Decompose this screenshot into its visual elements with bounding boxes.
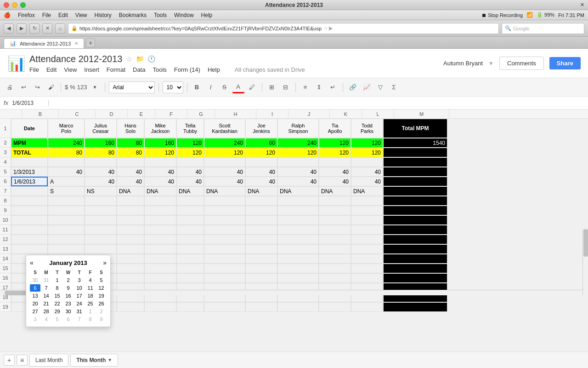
cell-e5[interactable]: 40	[117, 167, 144, 177]
cal-day-next-4[interactable]: 4	[41, 316, 51, 323]
paint-format-button[interactable]: 🖌	[45, 81, 57, 93]
cell-g7[interactable]: DNA	[176, 186, 204, 196]
cell-b8[interactable]	[11, 196, 48, 206]
row-header-3[interactable]: 3	[0, 148, 11, 157]
share-history-icon[interactable]: 🕐	[147, 55, 155, 63]
cell-g5[interactable]: 40	[176, 167, 204, 177]
col-header-h[interactable]: H	[215, 109, 256, 118]
view-menu-item[interactable]: View	[64, 66, 77, 73]
row-header-15[interactable]: 15	[0, 264, 11, 273]
cell-j1[interactable]: RalphSimpson	[277, 119, 319, 138]
row-header-12[interactable]: 12	[0, 235, 11, 244]
row-header-8[interactable]: 8	[0, 196, 11, 206]
cell-m5[interactable]	[383, 167, 447, 177]
cell-f4[interactable]	[144, 157, 176, 167]
new-tab-button[interactable]: +	[86, 38, 95, 47]
cell-d4[interactable]	[85, 157, 117, 167]
cell-g1[interactable]: TellaTubby	[176, 119, 204, 138]
refresh-button[interactable]: ↻	[29, 23, 40, 34]
cell-k1[interactable]: TiaApollo	[319, 119, 351, 138]
col-header-i[interactable]: I	[256, 109, 288, 118]
cal-day-28[interactable]: 28	[41, 308, 51, 315]
close-button[interactable]	[4, 2, 9, 8]
user-dropdown-icon[interactable]: ▼	[488, 60, 494, 67]
highlight-color-button[interactable]: 🖊	[246, 81, 258, 93]
cell-c5[interactable]: 40	[48, 167, 85, 177]
cell-b4[interactable]	[11, 157, 48, 167]
cal-day-next-1[interactable]: 1	[85, 308, 96, 315]
cell-h6[interactable]: 40	[204, 177, 245, 186]
cell-b6-selected[interactable]: 1/6/2013	[11, 177, 48, 186]
cal-day-22[interactable]: 22	[52, 300, 62, 307]
cell-m1[interactable]: Total MPM	[383, 119, 447, 138]
cell-g3[interactable]: 120	[176, 148, 204, 157]
cell-k8[interactable]	[319, 196, 351, 206]
font-selector[interactable]: Arial	[109, 81, 155, 93]
cal-day-8[interactable]: 8	[52, 284, 62, 292]
scrollbar-thumb[interactable]	[583, 229, 588, 257]
cell-e3[interactable]: 80	[117, 148, 144, 157]
row-header-9[interactable]: 9	[0, 206, 11, 215]
cell-i2[interactable]: 60	[245, 138, 277, 148]
cell-reference[interactable]: 1/6/2013	[12, 100, 49, 106]
cell-g2[interactable]: 120	[176, 138, 204, 148]
row-header-1[interactable]: 1	[0, 119, 11, 138]
cell-f5[interactable]: 40	[144, 167, 176, 177]
tools-menu[interactable]: Tools	[154, 12, 167, 18]
wrap-button[interactable]: ↵	[327, 81, 339, 93]
format-menu-item[interactable]: Format	[107, 66, 125, 73]
cal-day-next-9[interactable]: 9	[96, 316, 107, 323]
cell-h1[interactable]: ScottKardashian	[204, 119, 245, 138]
cell-c4[interactable]	[48, 157, 85, 167]
cal-day-26[interactable]: 26	[96, 300, 107, 307]
cell-d7[interactable]: NS	[85, 186, 117, 196]
cal-day-9[interactable]: 9	[63, 284, 74, 292]
cell-d3[interactable]: 80	[85, 148, 117, 157]
cell-m4[interactable]	[383, 157, 447, 167]
cell-i8[interactable]	[245, 196, 277, 206]
strikethrough-button[interactable]: S	[219, 81, 231, 93]
cal-day-27[interactable]: 27	[30, 308, 40, 315]
maximize-button[interactable]	[20, 2, 26, 8]
cell-e7[interactable]: DNA	[117, 186, 144, 196]
help-menu-item[interactable]: Help	[208, 66, 220, 73]
cell-k4[interactable]	[319, 157, 351, 167]
vertical-scrollbar[interactable]	[582, 229, 588, 295]
help-menu[interactable]: Help	[201, 12, 213, 18]
address-bar[interactable]: 🔒 https://docs.google.com/spreadsheet/cc…	[68, 23, 499, 34]
cell-c7[interactable]: S	[48, 186, 85, 196]
bookmarks-menu[interactable]: Bookmarks	[119, 12, 147, 18]
cal-day-next-5[interactable]: 5	[52, 316, 62, 323]
cal-day-next-8[interactable]: 8	[85, 316, 96, 323]
add-sheet-button[interactable]: +	[4, 355, 15, 366]
text-color-button[interactable]: A	[232, 81, 244, 93]
form-menu-item[interactable]: Form (14)	[174, 66, 200, 73]
row-header-7[interactable]: 7	[0, 186, 11, 196]
cell-f8[interactable]	[144, 196, 176, 206]
cal-day-20[interactable]: 20	[30, 300, 40, 307]
cell-i5[interactable]: 40	[245, 167, 277, 177]
window-controls[interactable]	[4, 2, 26, 8]
cal-day-21[interactable]: 21	[41, 300, 51, 307]
cell-j2[interactable]: 240	[277, 138, 319, 148]
merge-button[interactable]: ⊟	[280, 81, 292, 93]
cell-k6[interactable]: 40	[319, 177, 351, 186]
col-header-l[interactable]: L	[362, 109, 394, 118]
cell-b1[interactable]: Date	[11, 119, 48, 138]
cell-l7[interactable]: DNA	[351, 186, 383, 196]
cal-day-11[interactable]: 11	[85, 284, 96, 292]
italic-button[interactable]: I	[205, 81, 217, 93]
cell-c2[interactable]: 240	[48, 138, 85, 148]
insert-chart-button[interactable]: 📈	[361, 81, 373, 93]
cal-day-15[interactable]: 15	[52, 292, 62, 299]
cal-day-23[interactable]: 23	[63, 300, 74, 307]
cell-l6[interactable]: 40	[351, 177, 383, 186]
prev-month-button[interactable]: «	[30, 259, 34, 266]
cell-h5[interactable]: 40	[204, 167, 245, 177]
cell-e4[interactable]	[117, 157, 144, 167]
cell-m2[interactable]: 1540	[383, 138, 447, 148]
cell-c8[interactable]	[48, 196, 85, 206]
apple-menu[interactable]: 🍎	[4, 12, 11, 18]
cell-f1[interactable]: MikeJackson	[144, 119, 176, 138]
cell-m7[interactable]	[383, 186, 447, 196]
